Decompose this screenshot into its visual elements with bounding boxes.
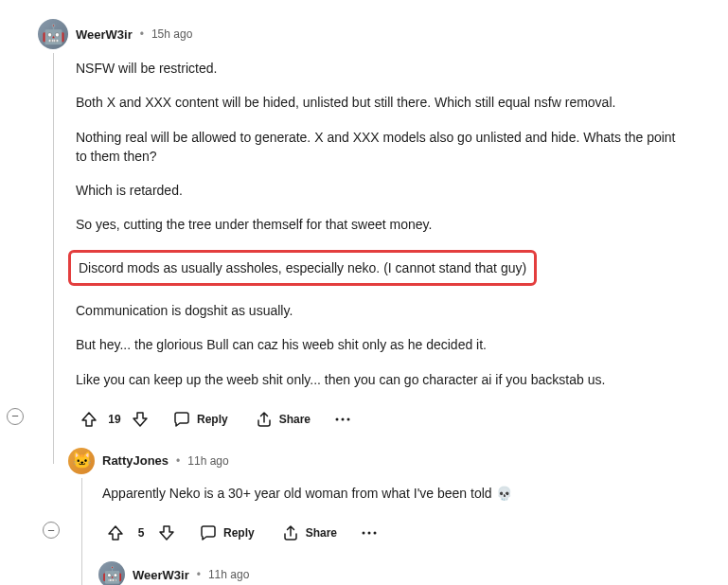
reply-icon [199,523,218,542]
collapse-thread-button[interactable]: − [7,408,24,425]
reply-button[interactable]: Reply [165,404,236,434]
separator-dot: • [176,454,180,468]
upvote-icon [80,410,98,429]
reply-label: Reply [223,526,255,540]
comment-level-1: 🐱 RattyJones • 11h ago Apparently Neko i… [38,448,690,585]
collapse-thread-button[interactable]: − [43,522,60,539]
timestamp: 11h ago [208,568,249,581]
vote-group: 19 [76,406,153,433]
comment-paragraph: Both X and XXX content will be hided, un… [76,93,690,112]
comment-paragraph: Which is retarded. [76,181,690,200]
more-options-button[interactable] [329,406,356,433]
avatar[interactable]: 🤖 [38,19,68,49]
vote-count: 5 [134,526,148,540]
share-label: Share [279,413,311,426]
vote-group: 5 [102,520,180,546]
share-label: Share [306,526,337,540]
comment-paragraph: But hey... the glorious Bull can caz his… [76,335,690,354]
separator-dot: • [197,568,201,581]
more-icon [333,410,352,429]
share-button[interactable]: Share [247,404,318,434]
username-link[interactable]: WeerW3ir [133,568,189,582]
downvote-button[interactable] [127,406,153,433]
timestamp: 11h ago [187,454,228,468]
comment-paragraph: Nothing real will be allowed to generate… [76,128,690,167]
downvote-button[interactable] [153,520,180,546]
comment-header: 🤖 WeerW3ir • 11h ago [98,561,690,585]
separator-dot: • [140,27,144,41]
comment-body: NSFW will be restricted. Both X and XXX … [38,59,690,389]
share-icon [255,410,274,429]
reply-icon [172,410,191,429]
comment-header: 🤖 WeerW3ir • 15h ago [38,19,690,49]
comment-paragraph: NSFW will be restricted. [76,59,690,78]
highlighted-annotation: Discord mods as usually assholes, especi… [68,250,537,286]
comment-paragraph: Like you can keep up the weeb shit only.… [76,370,690,389]
comment-body: Apparently Neko is a 30+ year old woman … [68,484,690,503]
avatar[interactable]: 🤖 [98,561,125,585]
comment-paragraph: Communication is dogshit as usually. [76,301,690,320]
share-icon [281,523,300,542]
downvote-icon [131,410,150,429]
upvote-icon [106,523,125,542]
comment-level-0: 🤖 WeerW3ir • 15h ago NSFW will be restri… [38,19,690,585]
comment-actions: 5 Reply Share [102,518,690,548]
comment-level-2: 🤖 WeerW3ir • 11h ago Thats unexpected...… [68,561,690,585]
comment-actions: 19 Reply Share [76,404,690,434]
downvote-icon [157,523,176,542]
comment-paragraph: Discord mods as usually assholes, especi… [79,258,526,277]
more-options-button[interactable] [356,520,382,546]
more-icon [360,523,379,542]
timestamp: 15h ago [151,27,192,41]
username-link[interactable]: RattyJones [102,453,169,468]
comment-paragraph: Apparently Neko is a 30+ year old woman … [102,484,690,503]
reply-label: Reply [197,413,228,426]
avatar[interactable]: 🐱 [68,448,95,474]
upvote-button[interactable] [76,406,102,433]
vote-count: 19 [108,413,121,426]
comment-header: 🐱 RattyJones • 11h ago [68,448,690,474]
share-button[interactable]: Share [274,518,345,548]
username-link[interactable]: WeerW3ir [76,27,133,42]
upvote-button[interactable] [102,520,129,546]
comment-paragraph: So yes, cutting the tree under themself … [76,215,690,234]
reply-button[interactable]: Reply [191,518,262,548]
